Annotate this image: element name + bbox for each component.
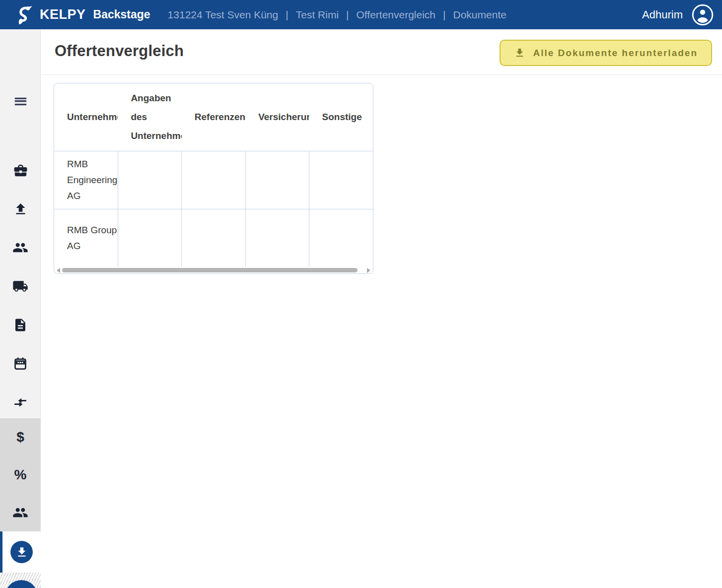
column-header-versicherungen: Versicherungen <box>245 83 309 151</box>
sidebar-secondary-nav: $ % <box>0 418 41 531</box>
column-header-referenzen: Referenzen <box>182 83 245 151</box>
sidebar-item-contacts[interactable] <box>0 494 41 531</box>
table-cell-empty <box>182 209 245 267</box>
company-name: RMB Engineering AG <box>67 156 118 204</box>
sidebar-primary-nav <box>0 151 41 422</box>
dollar-icon: $ <box>16 430 24 444</box>
sidebar-item-documents[interactable] <box>0 306 41 344</box>
document-icon <box>13 318 28 332</box>
main-content: Offertenvergleich Alle Dokumente herunte… <box>41 29 722 588</box>
breadcrumb-separator: | <box>286 9 288 21</box>
sidebar-item-downloads-active[interactable] <box>0 531 41 573</box>
breadcrumb-item-dokumente[interactable]: Dokumente <box>453 9 506 21</box>
product-name: Backstage <box>93 8 150 21</box>
sidebar-item-mandates[interactable] <box>0 151 41 190</box>
account-circle-icon <box>691 3 714 26</box>
app-root: KELPY Backstage 131224 Test Sven Küng | … <box>0 0 722 588</box>
sidebar-item-commissions[interactable]: % <box>0 456 41 494</box>
breadcrumb-separator: | <box>443 9 445 21</box>
download-icon <box>15 546 28 559</box>
table-row: RMB Engineering AG <box>54 151 373 209</box>
sidebar: $ % ? <box>0 29 41 588</box>
table-cell-empty <box>118 209 181 267</box>
download-circle-button[interactable] <box>10 541 33 563</box>
column-header-angaben-des-unternehmens: Angaben des Unternehmens <box>118 83 181 151</box>
breadcrumb-item-offertenvergleich[interactable]: Offertenvergleich <box>357 9 436 21</box>
scrollbar-track[interactable] <box>62 267 365 273</box>
offer-comparison-table-card: Unternehmen Angaben des Unternehmens Ref… <box>54 83 373 274</box>
people-icon <box>12 240 28 256</box>
breadcrumb: 131224 Test Sven Küng | Test Rimi | Offe… <box>168 9 506 21</box>
column-header-sonstige: Sonstige <box>309 83 373 151</box>
sidebar-item-shipping[interactable] <box>0 267 41 306</box>
table-cell-empty <box>245 209 309 267</box>
brand-name: KELPY <box>40 7 86 22</box>
company-cell: RMB Group AG <box>54 209 118 267</box>
people-icon <box>12 505 28 521</box>
table-horizontal-scrollbar <box>54 267 373 273</box>
offer-comparison-table: Unternehmen Angaben des Unternehmens Ref… <box>54 83 373 267</box>
page-title: Offertenvergleich <box>55 42 184 60</box>
table-cell-empty <box>245 151 309 209</box>
user-avatar-button[interactable] <box>691 3 714 26</box>
scrollbar-thumb[interactable] <box>62 268 358 272</box>
table-cell-empty <box>309 209 373 267</box>
company-cell: RMB Engineering AG <box>54 151 118 209</box>
breadcrumb-separator: | <box>346 9 349 21</box>
download-all-documents-button[interactable]: Alle Dokumente herunterladen <box>500 40 712 66</box>
table-cell-empty <box>118 151 181 209</box>
column-header-unternehmen: Unternehmen <box>54 83 118 151</box>
sidebar-item-people[interactable] <box>0 228 41 267</box>
table-cell-empty <box>309 151 373 209</box>
scroll-left-arrow-icon[interactable] <box>57 268 60 273</box>
upload-icon <box>13 201 28 217</box>
table-row: RMB Group AG <box>54 209 373 267</box>
hamburger-menu-icon <box>13 94 28 109</box>
briefcase-icon <box>13 163 28 178</box>
help-button[interactable]: ? <box>5 580 38 588</box>
table-header-row: Unternehmen Angaben des Unternehmens Ref… <box>54 83 373 151</box>
sidebar-item-calendar[interactable] <box>0 344 41 383</box>
company-name: RMB Group AG <box>67 222 118 254</box>
truck-icon <box>12 278 28 294</box>
compare-arrows-icon <box>13 395 28 410</box>
kelpy-seahorse-logo-icon <box>13 3 35 26</box>
download-all-documents-label: Alle Dokumente herunterladen <box>533 48 698 59</box>
sidebar-item-upload[interactable] <box>0 190 41 228</box>
breadcrumb-item-case[interactable]: 131224 Test Sven Küng <box>168 9 279 21</box>
top-navbar: KELPY Backstage 131224 Test Sven Küng | … <box>0 0 722 29</box>
calendar-icon <box>13 356 28 371</box>
page-header-row: Offertenvergleich Alle Dokumente herunte… <box>41 29 722 75</box>
username-label: Adhurim <box>642 8 683 21</box>
percent-icon: % <box>14 468 27 482</box>
sidebar-item-pricing[interactable]: $ <box>0 418 41 456</box>
sidebar-help-zone: ? <box>0 573 41 588</box>
table-cell-empty <box>182 151 245 209</box>
scroll-right-arrow-icon[interactable] <box>367 268 370 273</box>
sidebar-menu-button[interactable] <box>0 88 41 114</box>
download-icon <box>514 47 525 59</box>
sidebar-item-transfer[interactable] <box>0 383 41 422</box>
breadcrumb-item-client[interactable]: Test Rimi <box>296 9 339 21</box>
